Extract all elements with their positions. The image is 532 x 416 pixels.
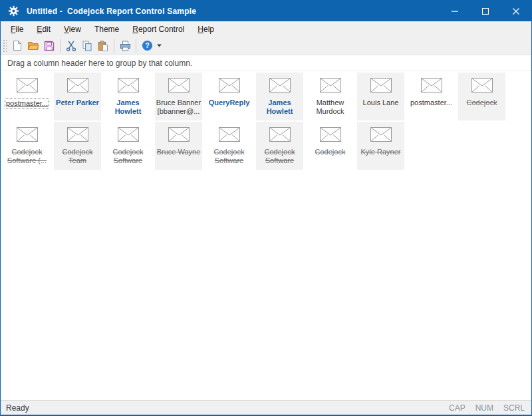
contact-name-line: Codejock [315,148,346,156]
contact-name-line: [bbanner@... [158,107,200,115]
contact-item[interactable]: CodejockSoftware [205,122,253,170]
group-by-hint: Drag a column header here to group by th… [7,59,192,68]
contact-name: Kyle Rayner [357,148,404,156]
contact-item[interactable]: CodejockSoftware (... [3,122,51,170]
title-bar: Untitled - Codejock Report Control Sampl… [1,1,531,21]
contact-name-line: James [268,99,291,106]
contact-name-line: Kyle Rayner [361,148,401,156]
menu-item-report-control[interactable]: Report Control [126,23,191,36]
save-button[interactable] [41,38,57,54]
toolbar-separator [114,39,114,53]
contact-item[interactable]: Codejock [307,122,354,170]
contact-name: Codejock [458,99,505,107]
envelope-icon [67,127,88,144]
contact-name-line: James [116,99,139,106]
print-button[interactable] [117,38,133,54]
menu-bar: FileEditViewThemeReport ControlHelp [1,21,531,37]
save-icon [44,41,55,51]
envelope-icon [118,127,139,144]
paste-button[interactable] [95,38,111,54]
contact-name: CodejockSoftware [205,148,253,165]
contact-item[interactable]: Bruce Banner[bbanner@... [155,73,202,120]
envelope-icon [219,127,240,144]
copy-icon [82,41,92,51]
scroll-lock-indicator: SCRL [503,403,525,413]
contact-name: QueryReply [205,99,253,107]
contact-name-line: Codejock [63,148,93,156]
dropdown-arrow-button[interactable] [155,38,163,54]
envelope-icon [17,78,38,95]
contact-name-line: Codejock [265,148,295,156]
contact-item[interactable]: CodejockSoftware [104,122,152,170]
dropdown-arrow-icon [157,44,162,47]
envelope-icon [269,127,291,144]
new-document-button[interactable] [9,38,25,54]
contact-item[interactable]: MatthewMurdock [307,73,354,120]
envelope-icon [370,127,392,144]
envelope-icon [168,127,190,144]
menu-item-file[interactable]: File [4,23,30,36]
cut-button[interactable] [63,38,79,54]
contact-name-line: Codejock [12,148,43,156]
envelope-icon [118,78,139,95]
envelope-icon [421,78,442,95]
contact-item[interactable]: Louis Lane [357,73,404,120]
contact-item[interactable]: CodejockTeam [54,122,101,170]
contact-name: postmaster... [3,99,51,108]
menu-item-edit[interactable]: Edit [30,23,57,36]
contact-name: Louis Lane [357,99,404,107]
svg-text:?: ? [145,41,149,49]
envelope-icon [269,78,291,95]
contact-item[interactable]: JamesHowlett [104,73,152,120]
caps-lock-indicator: CAP [449,403,466,413]
group-by-box[interactable]: Drag a column header here to group by th… [1,55,531,71]
contact-item[interactable]: JamesHowlett [256,73,303,120]
contact-name: JamesHowlett [256,99,303,116]
envelope-icon [320,127,341,144]
menu-item-help[interactable]: Help [191,23,221,36]
contact-item[interactable]: Kyle Rayner [357,122,404,170]
contact-name-line: Software [265,156,294,164]
contact-name: CodejockSoftware [104,148,152,165]
contact-item[interactable]: Bruce Wayne [155,122,202,170]
report-items-area: postmaster...Peter ParkerJamesHowlettBru… [1,71,531,400]
contact-name-line: Codejock [214,148,245,156]
open-folder-button[interactable] [25,38,41,54]
print-icon [120,41,131,51]
contact-item[interactable]: postmaster... [3,73,51,120]
status-message: Ready [6,403,29,413]
contact-name-line: postmaster... [5,99,49,108]
contact-item[interactable]: Codejock [458,73,505,120]
contact-name: Bruce Wayne [155,148,202,156]
minimize-button[interactable] [440,1,470,21]
contact-name: postmaster... [408,99,455,107]
items-row-2: CodejockSoftware (...CodejockTeamCodejoc… [3,122,531,170]
contact-name: Peter Parker [54,99,101,107]
contact-name: Bruce Banner[bbanner@... [155,99,202,116]
contact-name: MatthewMurdock [307,99,354,116]
contact-name-line: postmaster... [410,99,452,106]
contact-item[interactable]: QueryReply [205,73,253,120]
contact-name-line: Bruce Wayne [157,148,201,156]
envelope-icon [471,78,493,95]
menu-item-theme[interactable]: Theme [88,23,126,36]
toolbar-separator [136,39,136,53]
help-icon: ? [142,40,153,51]
contact-name: CodejockSoftware [256,148,303,165]
toolbar-separator [60,39,61,53]
cut-icon [66,41,76,51]
contact-item[interactable]: postmaster... [408,73,455,120]
contact-item[interactable]: CodejockSoftware [256,122,303,170]
window-title: Untitled - Codejock Report Control Sampl… [27,7,196,16]
help-button[interactable]: ? [139,38,155,54]
contact-name-line: Codejock [467,99,497,106]
close-button[interactable] [501,1,531,21]
copy-button[interactable] [79,38,95,54]
contact-name-line: Bruce Banner [156,99,201,106]
window-controls [440,1,531,21]
maximize-button[interactable] [470,1,501,21]
menu-item-view[interactable]: View [57,23,88,36]
toolbar-grip[interactable] [3,39,7,53]
num-lock-indicator: NUM [475,403,493,413]
contact-item[interactable]: Peter Parker [54,73,101,120]
